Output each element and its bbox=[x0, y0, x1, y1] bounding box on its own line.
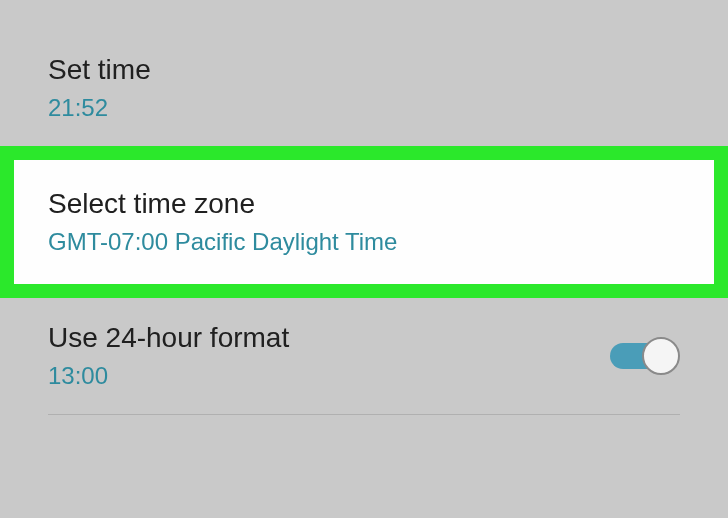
select-time-zone-value: GMT-07:00 Pacific Daylight Time bbox=[48, 228, 680, 256]
use-24-hour-text: Use 24-hour format 13:00 bbox=[48, 322, 610, 390]
divider bbox=[48, 414, 680, 415]
highlight-border: Select time zone GMT-07:00 Pacific Dayli… bbox=[0, 146, 728, 298]
set-time-item[interactable]: Set time 21:52 bbox=[0, 30, 728, 146]
toggle-thumb bbox=[642, 337, 680, 375]
settings-list: Set time 21:52 Select time zone GMT-07:0… bbox=[0, 0, 728, 415]
use-24-hour-title: Use 24-hour format bbox=[48, 322, 610, 354]
select-time-zone-title: Select time zone bbox=[48, 188, 680, 220]
set-time-value: 21:52 bbox=[48, 94, 680, 122]
use-24-hour-toggle[interactable] bbox=[610, 337, 680, 375]
use-24-hour-item[interactable]: Use 24-hour format 13:00 bbox=[0, 298, 728, 414]
use-24-hour-value: 13:00 bbox=[48, 362, 610, 390]
top-spacer bbox=[0, 0, 728, 30]
select-time-zone-item[interactable]: Select time zone GMT-07:00 Pacific Dayli… bbox=[14, 160, 714, 284]
set-time-title: Set time bbox=[48, 54, 680, 86]
